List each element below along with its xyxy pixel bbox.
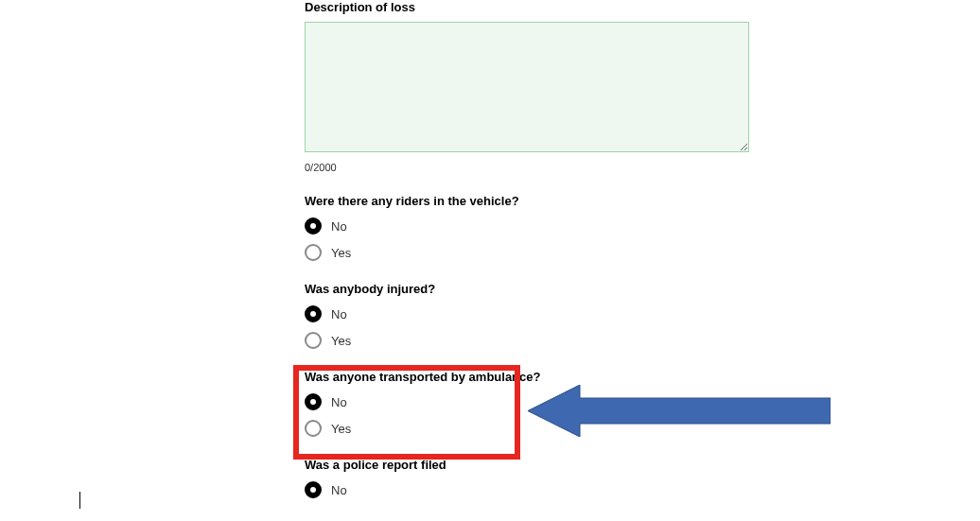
description-textarea[interactable] bbox=[305, 22, 749, 152]
radio-selected-icon bbox=[305, 481, 322, 498]
radio-label: Yes bbox=[331, 246, 351, 260]
claim-form: Description of loss 0/2000 Were there an… bbox=[305, 0, 749, 498]
radio-unselected-icon bbox=[305, 420, 322, 437]
radio-selected-icon bbox=[305, 393, 322, 410]
question-ambulance-label: Was anyone transported by ambulance? bbox=[305, 370, 749, 384]
radio-label: Yes bbox=[331, 422, 351, 436]
radio-police-no[interactable]: No bbox=[305, 481, 749, 498]
radio-injured-yes[interactable]: Yes bbox=[305, 332, 749, 349]
radio-riders-no[interactable]: No bbox=[305, 217, 749, 234]
description-field-block: Description of loss 0/2000 bbox=[305, 0, 749, 173]
radio-label: No bbox=[331, 483, 347, 497]
radio-unselected-icon bbox=[305, 244, 322, 261]
radio-selected-icon bbox=[305, 305, 322, 322]
radio-ambulance-no[interactable]: No bbox=[305, 393, 749, 410]
question-ambulance: Was anyone transported by ambulance? No … bbox=[305, 370, 749, 437]
question-riders-label: Were there any riders in the vehicle? bbox=[305, 194, 749, 208]
radio-label: No bbox=[331, 219, 347, 234]
description-char-count: 0/2000 bbox=[305, 162, 749, 173]
question-police: Was a police report filed No bbox=[305, 458, 749, 498]
radio-injured-no[interactable]: No bbox=[305, 305, 749, 322]
question-police-label: Was a police report filed bbox=[305, 458, 749, 472]
question-riders: Were there any riders in the vehicle? No… bbox=[305, 194, 749, 261]
text-cursor-icon bbox=[79, 492, 80, 509]
radio-label: Yes bbox=[331, 334, 351, 348]
radio-label: No bbox=[331, 395, 347, 409]
question-injured-label: Was anybody injured? bbox=[305, 282, 749, 296]
radio-riders-yes[interactable]: Yes bbox=[305, 244, 749, 261]
radio-label: No bbox=[331, 307, 347, 321]
description-label: Description of loss bbox=[305, 0, 749, 14]
radio-unselected-icon bbox=[305, 332, 322, 349]
radio-ambulance-yes[interactable]: Yes bbox=[305, 420, 749, 437]
question-injured: Was anybody injured? No Yes bbox=[305, 282, 749, 349]
radio-selected-icon bbox=[305, 217, 322, 234]
